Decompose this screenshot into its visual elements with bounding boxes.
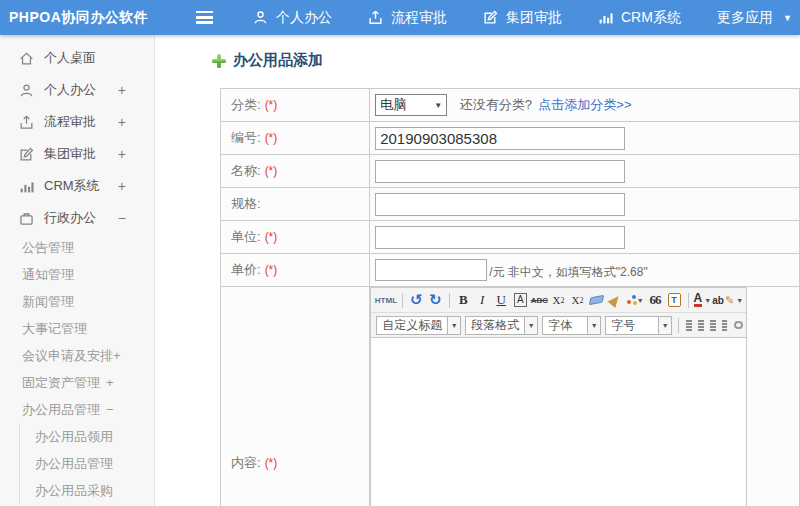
expand-icon[interactable]: + — [113, 348, 121, 363]
unit-input[interactable] — [375, 226, 625, 249]
toolbar-separator — [449, 293, 450, 308]
price-input[interactable] — [375, 259, 487, 281]
edit-icon — [483, 10, 498, 25]
sidebar-subsubitem-supplies-purchase[interactable]: 办公用品采购 — [20, 477, 154, 504]
subscript-button[interactable]: X2 — [570, 291, 585, 310]
form-row-price: 单价:(*) /元 非中文，如填写格式"2.68" — [221, 254, 800, 287]
italic-button[interactable]: I — [475, 291, 490, 310]
select-arrow-icon: ▼ — [434, 101, 442, 110]
align-left-icon[interactable] — [686, 320, 692, 331]
app-window: PHPOA协同办公软件 个人办公 流程审批 — [0, 0, 800, 506]
name-label: 名称: — [231, 163, 261, 178]
clean-button[interactable] — [608, 291, 623, 310]
font-family-dropdown[interactable]: 字体 ▼ — [542, 316, 601, 335]
code-input[interactable] — [375, 127, 625, 150]
sidebar-item-group-approval[interactable]: 集团审批 + — [0, 138, 154, 170]
editor-content-area[interactable] — [371, 338, 746, 506]
expand-icon[interactable]: + — [118, 114, 126, 130]
font-size-dropdown[interactable]: 字号 ▼ — [605, 316, 672, 335]
source-code-button[interactable]: HTML — [376, 291, 396, 310]
required-mark: (*) — [265, 98, 278, 112]
required-mark: (*) — [265, 230, 278, 244]
sidebar-subsubitem-supplies-claim[interactable]: 办公用品领用 — [20, 423, 154, 450]
sidebar-subitem-fixed-assets[interactable]: 固定资产管理 + — [0, 369, 154, 396]
sidebar-subitem-office-supplies[interactable]: 办公用品管理 − — [0, 396, 154, 423]
undo-icon[interactable]: ↺ — [409, 291, 424, 310]
nav-crm-system[interactable]: CRM系统 — [598, 9, 681, 27]
align-justify-icon[interactable] — [722, 320, 728, 331]
superscript-button[interactable]: X2 — [551, 291, 566, 310]
strikethrough-button[interactable]: ABC — [532, 291, 547, 310]
page-title-text: 办公用品添加 — [233, 51, 323, 70]
supply-add-form: 分类:(*) 电脑 ▼ 还没有分类? 点击添加分类>> 编号:(*) — [220, 88, 800, 506]
sidebar-subitem-news[interactable]: 新闻管理 — [0, 288, 154, 315]
sidebar-subitem-memorabilia[interactable]: 大事记管理 — [0, 315, 154, 342]
price-suffix: /元 非中文，如填写格式"2.68" — [489, 265, 648, 279]
add-category-link[interactable]: 点击添加分类>> — [538, 97, 631, 112]
caret-down-icon: ▼ — [658, 317, 671, 334]
bold-button[interactable]: B — [456, 291, 471, 310]
remove-format-button[interactable] — [589, 291, 604, 310]
redo-icon[interactable]: ↻ — [428, 291, 443, 310]
main-content: 办公用品添加 分类:(*) 电脑 ▼ 还没有分类? 点击添加分类>> 编号 — [155, 35, 800, 506]
editor-toolbar-row1: HTML ↺ ↻ B I U A ABC X2 X2 — [371, 288, 746, 313]
collapse-icon[interactable]: − — [118, 210, 126, 226]
chart-icon — [18, 179, 34, 194]
collapse-icon[interactable]: − — [106, 402, 114, 417]
page-title: 办公用品添加 — [212, 51, 323, 70]
sidebar-item-crm-system[interactable]: CRM系统 + — [0, 170, 154, 202]
highlight-color-button[interactable]: ab✎▼ — [714, 291, 741, 310]
nav-workflow-approval[interactable]: 流程审批 — [368, 9, 447, 27]
sidebar-subitem-announcements[interactable]: 公告管理 — [0, 234, 154, 261]
code-label: 编号: — [231, 130, 261, 145]
underline-button[interactable]: U — [494, 291, 509, 310]
font-style-button[interactable]: A — [514, 293, 527, 307]
spec-input[interactable] — [375, 193, 625, 216]
nav-label: 更多应用 — [717, 9, 773, 27]
wand-icon — [627, 295, 635, 305]
sidebar-item-personal-office[interactable]: 个人办公 + — [0, 74, 154, 106]
sidebar-subitem-meetings[interactable]: 会议申请及安排 + — [0, 342, 154, 369]
required-mark: (*) — [265, 164, 278, 178]
insert-link-icon[interactable] — [734, 321, 743, 329]
paste-button[interactable]: T — [667, 291, 682, 310]
sidebar-item-workflow-approval[interactable]: 流程审批 + — [0, 106, 154, 138]
nav-more-apps[interactable]: 更多应用 ▼ — [717, 9, 792, 27]
editor-toolbar-row2: 自定义标题 ▼ 段落格式 ▼ 字体 ▼ — [371, 313, 746, 338]
nav-group-approval[interactable]: 集团审批 — [483, 9, 562, 27]
heading-style-dropdown[interactable]: 自定义标题 ▼ — [376, 316, 461, 335]
pencil-icon: ✎ — [725, 294, 734, 307]
paragraph-format-dropdown[interactable]: 段落格式 ▼ — [465, 316, 538, 335]
quick-format-button[interactable]: ▼ — [627, 291, 644, 310]
expand-icon[interactable]: + — [118, 178, 126, 194]
content-label: 内容: — [231, 455, 261, 470]
align-right-icon[interactable] — [710, 320, 716, 331]
chart-icon — [598, 10, 613, 25]
menu-toggle-icon[interactable] — [196, 11, 213, 24]
sidebar-item-personal-desktop[interactable]: 个人桌面 — [0, 42, 154, 74]
toolbar-separator — [402, 293, 403, 308]
toolbar-separator — [688, 293, 689, 308]
nav-personal-office[interactable]: 个人办公 — [253, 9, 332, 27]
spec-label: 规格: — [231, 196, 261, 211]
form-row-spec: 规格: — [221, 188, 800, 221]
category-hint: 还没有分类? — [460, 97, 532, 112]
sidebar-item-admin-office[interactable]: 行政办公 − — [0, 202, 154, 234]
category-select[interactable]: 电脑 ▼ — [375, 94, 447, 116]
name-input[interactable] — [375, 160, 625, 183]
align-center-icon[interactable] — [698, 320, 704, 331]
workflow-icon — [18, 115, 34, 130]
expand-icon[interactable]: + — [106, 375, 114, 390]
sidebar-subitem-notices[interactable]: 通知管理 — [0, 261, 154, 288]
expand-icon[interactable]: + — [118, 146, 126, 162]
caret-down-icon: ▼ — [637, 297, 644, 304]
font-color-button[interactable]: A▼ — [695, 291, 710, 310]
rich-text-editor: HTML ↺ ↻ B I U A ABC X2 X2 — [370, 287, 747, 506]
sidebar-subsubitem-supplies-manage[interactable]: 办公用品管理 — [20, 450, 154, 477]
sidebar: 个人桌面 个人办公 + 流程审批 + 集团审批 — [0, 35, 155, 506]
nav-label: 个人办公 — [276, 9, 332, 27]
expand-icon[interactable]: + — [118, 82, 126, 98]
blockquote-button[interactable]: 66 — [648, 291, 663, 310]
caret-down-icon: ▼ — [736, 297, 743, 304]
category-label: 分类: — [231, 97, 261, 112]
